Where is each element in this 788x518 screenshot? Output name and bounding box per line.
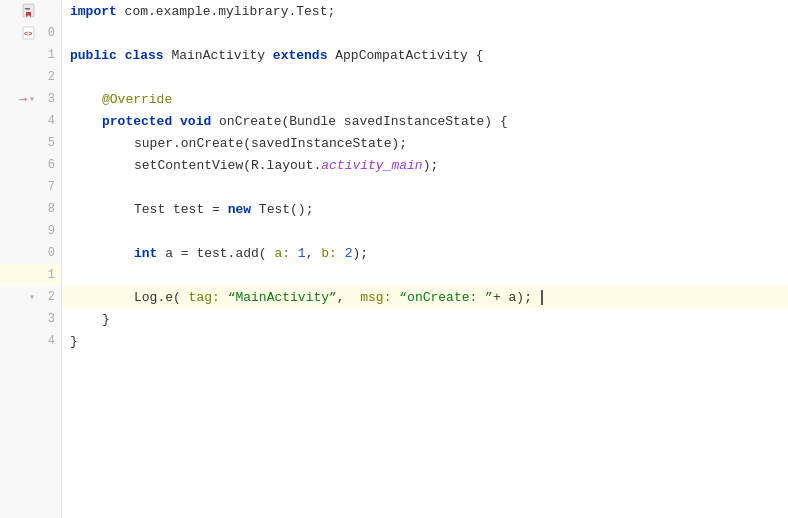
- line-num: 3: [37, 312, 55, 326]
- code-content: import com.example.mylibrary.Test; publi…: [62, 0, 788, 518]
- line-gutter: <> 0 1 2 → ▾ 3 4 5 6: [0, 0, 62, 518]
- gutter-row-8: 6: [0, 154, 61, 176]
- gutter-row-1: [0, 0, 61, 22]
- code-line-annotation: @Override: [62, 88, 788, 110]
- line-num: 2: [37, 290, 55, 304]
- param-b: b:: [321, 246, 337, 261]
- line-num: 4: [37, 334, 55, 348]
- number-2: 2: [345, 246, 353, 261]
- line-num: 1: [37, 268, 55, 282]
- file-bookmark-icon: [21, 4, 35, 18]
- gutter-row-4: 2: [0, 66, 61, 88]
- gutter-row-15: 3: [0, 308, 61, 330]
- gutter-row-7: 5: [0, 132, 61, 154]
- line-num: 9: [37, 224, 55, 238]
- param-msg: msg:: [360, 290, 391, 305]
- string-mainactivity: “MainActivity”: [228, 290, 337, 305]
- breakpoint-arrow-icon: →: [19, 92, 27, 106]
- code-line-close-brace1: }: [62, 308, 788, 330]
- code-line-int: int a = test.add( a: 1, b: 2);: [62, 242, 788, 264]
- gutter-row-6: 4: [0, 110, 61, 132]
- line-num: 3: [37, 92, 55, 106]
- code-line-test: Test test = new Test();: [62, 198, 788, 220]
- svg-rect-0: [23, 4, 34, 17]
- keyword-protected: protected: [102, 114, 172, 129]
- param-a: a:: [274, 246, 290, 261]
- code-editor: <> 0 1 2 → ▾ 3 4 5 6: [0, 0, 788, 518]
- line-num: 1: [37, 48, 55, 62]
- keyword-new: new: [228, 202, 251, 217]
- fold-close-icon[interactable]: ▾: [29, 291, 35, 303]
- gutter-row-5: → ▾ 3: [0, 88, 61, 110]
- code-line-blank1: [62, 22, 788, 44]
- param-tag: tag:: [189, 290, 220, 305]
- string-oncreate: “onCreate: ”: [399, 290, 493, 305]
- gutter-row-9: 7: [0, 176, 61, 198]
- line-num: 2: [37, 70, 55, 84]
- line-num: 6: [37, 158, 55, 172]
- gutter-row-11: 9: [0, 220, 61, 242]
- code-line-blank3: [62, 176, 788, 198]
- gutter-row-3: 1: [0, 44, 61, 66]
- code-line-blank2: [62, 66, 788, 88]
- line-num: 4: [37, 114, 55, 128]
- code-line-blank5: [62, 264, 788, 286]
- import-path: com.example.mylibrary.Test;: [117, 4, 335, 19]
- number-1: 1: [298, 246, 306, 261]
- gutter-row-12: 0: [0, 242, 61, 264]
- xml-icon: <>: [21, 26, 35, 40]
- svg-text:<>: <>: [24, 30, 32, 38]
- keyword-extends: extends: [273, 48, 328, 63]
- code-line-oncreate: protected void onCreate(Bundle savedInst…: [62, 110, 788, 132]
- gutter-row-2: <> 0: [0, 22, 61, 44]
- gutter-row-16: 4: [0, 330, 61, 352]
- keyword-public: public: [70, 48, 117, 63]
- gutter-row-13: 1: [0, 264, 61, 286]
- code-line-super: super.onCreate(savedInstanceState);: [62, 132, 788, 154]
- line-num: 8: [37, 202, 55, 216]
- code-line-class: public class MainActivity extends AppCom…: [62, 44, 788, 66]
- line-num: 7: [37, 180, 55, 194]
- code-line-close-brace2: }: [62, 330, 788, 352]
- code-line-setcontentview: setContentView(R.layout.activity_main);: [62, 154, 788, 176]
- line-num: 0: [37, 26, 55, 40]
- code-line-blank4: [62, 220, 788, 242]
- code-line-import: import com.example.mylibrary.Test;: [62, 0, 788, 22]
- code-line-log: Log.e( tag: “MainActivity”, msg: “onCrea…: [62, 286, 788, 308]
- gutter-row-10: 8: [0, 198, 61, 220]
- keyword-class: class: [125, 48, 164, 63]
- code-line-blank6: [62, 352, 788, 374]
- fold-icon[interactable]: ▾: [29, 93, 35, 105]
- line-num: 5: [37, 136, 55, 150]
- svg-rect-1: [25, 8, 30, 10]
- annotation-override: @Override: [102, 92, 172, 107]
- gutter-row-14: ▾ 2: [0, 286, 61, 308]
- line-num: 0: [37, 246, 55, 260]
- keyword-void: void: [180, 114, 211, 129]
- keyword-int: int: [134, 246, 157, 261]
- resource-ref: activity_main: [321, 158, 422, 173]
- keyword-import: import: [70, 4, 117, 19]
